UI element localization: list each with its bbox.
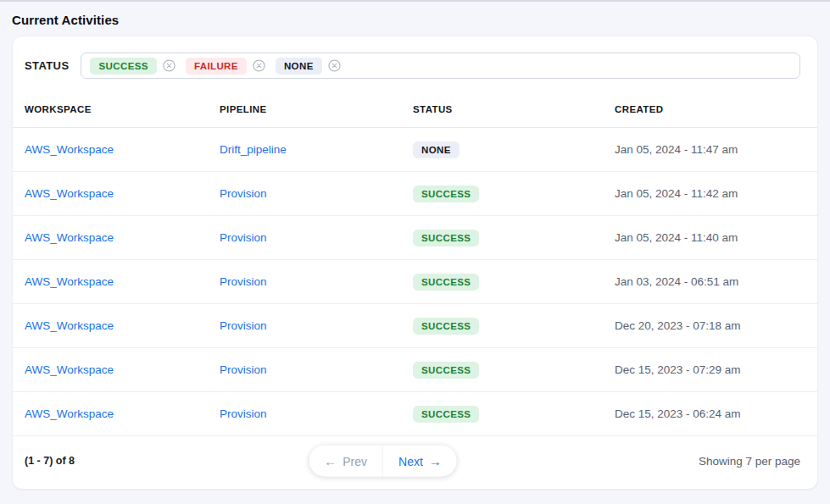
page-title: Current Activities [0, 2, 830, 27]
table-row: AWS_Workspace Provision SUCCESS Jan 05, … [13, 216, 817, 260]
status-badge: SUCCESS [413, 274, 479, 291]
table-row: AWS_Workspace Provision SUCCESS Jan 03, … [13, 260, 817, 304]
next-button-label: Next [398, 454, 423, 468]
created-timestamp: Dec 15, 2023 - 07:29 am [615, 363, 817, 376]
arrow-left-icon: ← [324, 455, 337, 468]
status-badge: SUCCESS [413, 318, 479, 335]
column-header-status: STATUS [413, 104, 615, 114]
column-header-pipeline: PIPELINE [220, 104, 413, 114]
pager-control: ← Prev Next → [309, 446, 457, 477]
table-row: AWS_Workspace Drift_pipeline NONE Jan 05… [13, 128, 817, 172]
workspace-link[interactable]: AWS_Workspace [25, 363, 114, 376]
pipeline-link[interactable]: Provision [220, 275, 267, 288]
filter-tag-success: SUCCESS [90, 58, 156, 75]
status-badge: SUCCESS [413, 406, 479, 423]
pagination-footer: (1 - 7) of 8 ← Prev Next → Showing 7 per… [13, 436, 817, 489]
remove-tag-none-icon[interactable] [328, 59, 341, 72]
status-badge: SUCCESS [413, 230, 479, 246]
table-row: AWS_Workspace Provision SUCCESS Jan 05, … [13, 172, 817, 216]
pipeline-link[interactable]: Provision [220, 363, 267, 376]
activities-card: STATUS SUCCESS FAILURE NONE WORKSPACE PI… [12, 36, 818, 490]
created-timestamp: Jan 05, 2024 - 11:42 am [615, 187, 817, 200]
created-timestamp: Dec 20, 2023 - 07:18 am [615, 319, 817, 332]
workspace-link[interactable]: AWS_Workspace [25, 143, 114, 156]
filter-tag-none: NONE [276, 58, 322, 75]
workspace-link[interactable]: AWS_Workspace [25, 275, 114, 288]
pipeline-link[interactable]: Provision [220, 319, 267, 332]
workspace-link[interactable]: AWS_Workspace [25, 187, 114, 200]
status-filter-row: STATUS SUCCESS FAILURE NONE [13, 36, 817, 91]
status-filter-input[interactable]: SUCCESS FAILURE NONE [81, 53, 800, 79]
table-row: AWS_Workspace Provision SUCCESS Dec 20, … [13, 304, 817, 348]
created-timestamp: Jan 05, 2024 - 11:47 am [615, 143, 817, 156]
status-badge: NONE [413, 141, 460, 158]
created-timestamp: Dec 15, 2023 - 06:24 am [615, 407, 817, 420]
table-row: AWS_Workspace Provision SUCCESS Dec 15, … [13, 392, 817, 436]
status-badge: SUCCESS [413, 186, 479, 202]
table-row: AWS_Workspace Provision SUCCESS Dec 15, … [13, 348, 817, 392]
workspace-link[interactable]: AWS_Workspace [25, 231, 114, 244]
remove-tag-success-icon[interactable] [163, 59, 175, 72]
pipeline-link[interactable]: Provision [220, 231, 267, 244]
workspace-link[interactable]: AWS_Workspace [25, 407, 114, 420]
remove-tag-failure-icon[interactable] [253, 59, 265, 72]
column-header-created: CREATED [615, 104, 817, 114]
status-filter-label: STATUS [25, 59, 69, 72]
arrow-right-icon: → [429, 455, 442, 468]
column-header-workspace: WORKSPACE [25, 104, 220, 114]
pipeline-link[interactable]: Provision [220, 407, 267, 420]
workspace-link[interactable]: AWS_Workspace [25, 319, 114, 332]
pipeline-link[interactable]: Drift_pipeline [220, 143, 287, 156]
prev-button-label: Prev [343, 454, 367, 468]
prev-button[interactable]: ← Prev [309, 446, 383, 477]
per-page-text: Showing 7 per page [699, 455, 800, 468]
created-timestamp: Jan 05, 2024 - 11:40 am [615, 231, 817, 244]
created-timestamp: Jan 03, 2024 - 06:51 am [615, 275, 817, 288]
pagination-range: (1 - 7) of 8 [25, 455, 75, 467]
filter-tag-failure: FAILURE [186, 58, 247, 75]
pipeline-link[interactable]: Provision [220, 187, 267, 200]
next-button[interactable]: Next → [383, 446, 457, 477]
table-header: WORKSPACE PIPELINE STATUS CREATED [13, 91, 817, 128]
status-badge: SUCCESS [413, 362, 479, 379]
